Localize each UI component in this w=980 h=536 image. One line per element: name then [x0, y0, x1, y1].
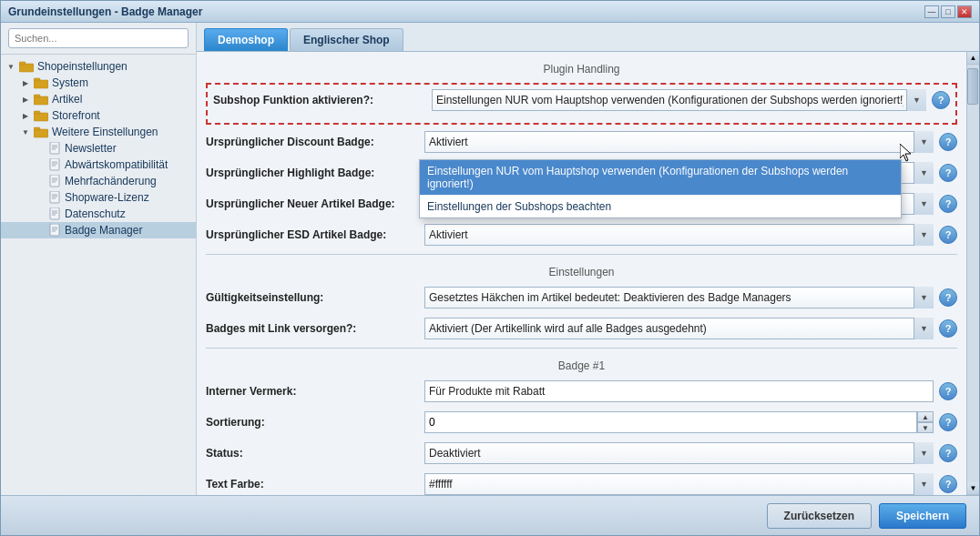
sidebar-item-weitere[interactable]: ▼ Weitere Einstellungen: [1, 124, 196, 140]
gueltigkeit-select-wrapper: Gesetztes Häkchen im Artikel bedeutet: D…: [424, 287, 934, 308]
tree-container: ▼ Shopeinstellungen ▶ System: [1, 55, 196, 495]
sidebar-item-abwaerts[interactable]: ▶ Abwärtskompatibilität: [1, 157, 196, 173]
main-window: Grundeinstellungen - Badge Manager — □ ✕…: [0, 0, 980, 536]
status-select-wrapper: Deaktiviert ▼: [424, 442, 934, 464]
sidebar-item-newsletter[interactable]: ▶ Newsletter: [1, 140, 196, 157]
svg-rect-2: [34, 80, 48, 88]
sidebar-item-system[interactable]: ▶ System: [1, 75, 196, 91]
form-row-interner: Interner Vermerk: ?: [206, 379, 957, 403]
text-farbe-select-wrapper: #ffffff ▼: [424, 473, 934, 495]
subshop-dropdown: Einstellungen NUR vom Hauptshop verwende…: [419, 159, 902, 218]
subshop-control: Einstellungen NUR vom Hauptshop verwende…: [432, 89, 950, 111]
sidebar-item-badge-manager[interactable]: ▶ Badge Manager: [1, 222, 196, 238]
gueltigkeit-help-button[interactable]: ?: [939, 288, 957, 307]
subshop-select[interactable]: Einstellungen NUR vom Hauptshop verwende…: [432, 89, 926, 111]
tab-englischer-shop-label: Englischer Shop: [303, 34, 390, 46]
save-button[interactable]: Speichern: [879, 503, 966, 529]
doc-icon-badge: [48, 224, 61, 237]
discount-help-button[interactable]: ?: [939, 133, 957, 151]
sortierung-input[interactable]: [424, 411, 917, 433]
tab-englischer-shop[interactable]: Englischer Shop: [290, 28, 403, 51]
sortierung-up-button[interactable]: ▲: [917, 411, 934, 422]
status-help-button[interactable]: ?: [939, 444, 957, 462]
footer-bar: Zurücksetzen Speichern: [1, 495, 979, 535]
scrollbar-track: [967, 65, 979, 482]
main-layout: ▼ Shopeinstellungen ▶ System: [1, 23, 979, 495]
sidebar-item-datenschutz[interactable]: ▶ Datenschutz: [1, 206, 196, 222]
badges-link-help-button[interactable]: ?: [939, 319, 957, 338]
title-bar: Grundeinstellungen - Badge Manager — □ ✕: [1, 1, 979, 23]
reset-button[interactable]: Zurücksetzen: [767, 503, 872, 529]
doc-icon-abwaerts: [48, 158, 61, 171]
sidebar-item-mehrfach[interactable]: ▶ Mehrfachänderung: [1, 173, 196, 189]
doc-icon-mehrfach: [48, 175, 61, 187]
svg-rect-30: [50, 224, 59, 236]
sidebar-label-artikel: Artikel: [52, 93, 82, 106]
badges-link-control: Aktiviert (Der Artikellink wird auf alle…: [424, 318, 957, 339]
gueltigkeit-select[interactable]: Gesetztes Häkchen im Artikel bedeutet: D…: [424, 287, 934, 308]
minimize-button[interactable]: —: [924, 5, 939, 18]
sidebar-item-storefront[interactable]: ▶ Storefront: [1, 107, 196, 124]
subshop-help-button[interactable]: ?: [932, 91, 950, 109]
sortierung-spinner: ▲ ▼: [424, 411, 934, 433]
discount-control: Aktiviert ▼ ?: [424, 131, 957, 153]
tabs-bar: Demoshop Englischer Shop: [197, 23, 979, 52]
sortierung-spinner-btns: ▲ ▼: [917, 411, 934, 433]
sortierung-label: Sortierung:: [206, 416, 424, 429]
text-farbe-help-button[interactable]: ?: [939, 475, 957, 493]
sidebar-item-shopeinstellungen[interactable]: ▼ Shopeinstellungen: [1, 58, 196, 75]
close-button[interactable]: ✕: [957, 5, 972, 18]
form-row-gueltigkeit: Gültigkeitseinstellung: Gesetztes Häkche…: [206, 286, 957, 309]
sidebar-item-artikel[interactable]: ▶ Artikel: [1, 91, 196, 107]
form-row-badges-link: Badges mit Link versorgen?: Aktiviert (D…: [206, 317, 957, 340]
sidebar: ▼ Shopeinstellungen ▶ System: [1, 23, 197, 495]
tab-demoshop[interactable]: Demoshop: [204, 28, 288, 51]
status-label: Status:: [206, 447, 424, 460]
interner-input[interactable]: [424, 380, 934, 402]
sidebar-label-datenschutz: Datenschutz: [65, 207, 126, 220]
sortierung-control: ▲ ▼ ?: [424, 411, 957, 433]
sidebar-item-shopware-lizenz[interactable]: ▶ Shopware-Lizenz: [1, 189, 196, 206]
badges-link-select-wrapper: Aktiviert (Der Artikellink wird auf alle…: [424, 318, 934, 339]
window-controls: — □ ✕: [924, 5, 972, 18]
esd-control: Aktiviert ▼ ?: [424, 224, 957, 246]
scrollbar-thumb[interactable]: [967, 68, 978, 105]
folder-icon-artikel: [34, 93, 48, 106]
svg-rect-1: [19, 62, 26, 65]
subshop-highlight-box: Subshop Funktion aktivieren?: Einstellun…: [206, 83, 957, 125]
highlight-help-button[interactable]: ?: [939, 164, 957, 182]
badges-link-select[interactable]: Aktiviert (Der Artikellink wird auf alle…: [424, 318, 934, 339]
sidebar-label-storefront: Storefront: [52, 109, 100, 122]
status-select[interactable]: Deaktiviert: [424, 442, 934, 464]
search-input[interactable]: [8, 28, 189, 48]
dropdown-item-2[interactable]: Einstellungen der Subshops beachten: [420, 196, 901, 217]
dropdown-item-1-label: Einstellungen NUR vom Hauptshop verwende…: [427, 165, 848, 190]
sortierung-down-button[interactable]: ▼: [917, 422, 934, 433]
interner-help-button[interactable]: ?: [939, 382, 957, 400]
sortierung-help-button[interactable]: ?: [939, 413, 957, 431]
badges-link-label: Badges mit Link versorgen?:: [206, 322, 424, 335]
text-farbe-label: Text Farbe:: [206, 478, 424, 490]
svg-rect-14: [50, 158, 59, 170]
neuer-help-button[interactable]: ?: [939, 195, 957, 213]
dropdown-item-1[interactable]: Einstellungen NUR vom Hauptshop verwende…: [420, 160, 901, 196]
folder-icon-storefront: [34, 109, 48, 122]
esd-select[interactable]: Aktiviert: [424, 224, 934, 246]
discount-select[interactable]: Aktiviert: [424, 131, 934, 153]
esd-label: Ursprünglicher ESD Artikel Badge:: [206, 228, 424, 241]
sidebar-label-badge-manager: Badge Manager: [65, 224, 142, 237]
maximize-button[interactable]: □: [941, 5, 955, 18]
sidebar-label-shopeinstellungen: Shopeinstellungen: [37, 60, 128, 73]
neuer-label: Ursprünglicher Neuer Artikel Badge:: [206, 197, 424, 210]
folder-icon-weitere: [34, 126, 48, 138]
scrollbar-up-arrow[interactable]: ▲: [967, 52, 980, 65]
esd-help-button[interactable]: ?: [939, 226, 957, 244]
discount-label: Ursprünglicher Discount Badge:: [206, 136, 424, 148]
scrollbar-down-arrow[interactable]: ▼: [967, 482, 980, 495]
right-scrollbar[interactable]: ▲ ▼: [966, 52, 979, 495]
sidebar-label-mehrfach: Mehrfachänderung: [65, 175, 157, 187]
tab-demoshop-label: Demoshop: [218, 34, 274, 46]
section-badge1: Badge #1: [206, 354, 957, 379]
text-farbe-select[interactable]: #ffffff: [424, 473, 934, 495]
folder-open-icon: [19, 60, 34, 73]
